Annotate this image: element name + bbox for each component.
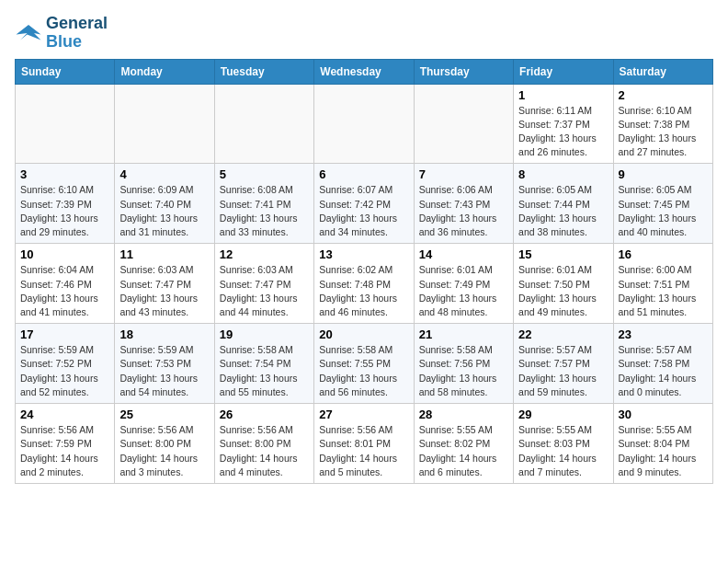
calendar-cell: 5Sunrise: 6:08 AMSunset: 7:41 PMDaylight… <box>214 164 313 244</box>
calendar-cell: 20Sunrise: 5:58 AMSunset: 7:55 PMDayligh… <box>314 324 414 404</box>
calendar-cell: 16Sunrise: 6:00 AMSunset: 7:51 PMDayligh… <box>613 244 712 324</box>
day-number: 26 <box>220 408 309 421</box>
calendar-cell: 17Sunrise: 5:59 AMSunset: 7:52 PMDayligh… <box>16 324 115 404</box>
day-info: Sunrise: 6:07 AMSunset: 7:42 PMDaylight:… <box>319 183 408 239</box>
calendar-cell: 28Sunrise: 5:55 AMSunset: 8:02 PMDayligh… <box>414 404 513 484</box>
day-number: 10 <box>20 247 109 261</box>
day-number: 7 <box>419 167 508 181</box>
day-number: 30 <box>619 408 708 421</box>
day-number: 23 <box>619 327 708 341</box>
day-header-tuesday: Tuesday <box>214 59 313 84</box>
calendar-week-5: 24Sunrise: 5:56 AMSunset: 7:59 PMDayligh… <box>16 404 713 484</box>
day-number: 29 <box>518 408 608 421</box>
page-header: General Blue <box>15 15 713 52</box>
calendar-cell: 27Sunrise: 5:56 AMSunset: 8:01 PMDayligh… <box>314 404 414 484</box>
logo-icon <box>15 19 42 47</box>
day-number: 27 <box>319 408 408 421</box>
calendar-cell: 7Sunrise: 6:06 AMSunset: 7:43 PMDaylight… <box>414 164 513 244</box>
day-number: 19 <box>220 327 309 341</box>
header-row: SundayMondayTuesdayWednesdayThursdayFrid… <box>16 59 713 84</box>
logo-text: General Blue <box>46 15 108 52</box>
calendar-cell: 21Sunrise: 5:58 AMSunset: 7:56 PMDayligh… <box>414 324 513 404</box>
calendar-cell: 9Sunrise: 6:05 AMSunset: 7:45 PMDaylight… <box>613 164 712 244</box>
day-number: 16 <box>619 247 708 261</box>
logo: General Blue <box>15 15 108 52</box>
day-number: 8 <box>518 167 608 181</box>
day-number: 9 <box>619 167 708 181</box>
calendar-cell: 23Sunrise: 5:57 AMSunset: 7:58 PMDayligh… <box>613 324 712 404</box>
calendar-cell <box>314 84 414 164</box>
calendar-cell: 6Sunrise: 6:07 AMSunset: 7:42 PMDaylight… <box>314 164 414 244</box>
calendar-cell: 30Sunrise: 5:55 AMSunset: 8:04 PMDayligh… <box>613 404 712 484</box>
calendar-cell: 15Sunrise: 6:01 AMSunset: 7:50 PMDayligh… <box>514 244 613 324</box>
calendar-week-1: 1Sunrise: 6:11 AMSunset: 7:37 PMDaylight… <box>16 84 713 164</box>
day-info: Sunrise: 6:06 AMSunset: 7:43 PMDaylight:… <box>419 183 508 239</box>
day-info: Sunrise: 5:55 AMSunset: 8:04 PMDaylight:… <box>619 423 708 479</box>
calendar-cell: 11Sunrise: 6:03 AMSunset: 7:47 PMDayligh… <box>115 244 214 324</box>
day-info: Sunrise: 6:10 AMSunset: 7:39 PMDaylight:… <box>20 183 109 239</box>
day-number: 4 <box>119 167 209 181</box>
day-info: Sunrise: 5:58 AMSunset: 7:54 PMDaylight:… <box>220 343 309 399</box>
day-info: Sunrise: 6:01 AMSunset: 7:50 PMDaylight:… <box>518 263 608 319</box>
day-number: 24 <box>20 408 109 421</box>
day-number: 13 <box>319 247 408 261</box>
day-number: 11 <box>119 247 209 261</box>
calendar-cell: 18Sunrise: 5:59 AMSunset: 7:53 PMDayligh… <box>115 324 214 404</box>
day-number: 3 <box>20 167 109 181</box>
day-number: 18 <box>119 327 209 341</box>
calendar-cell: 29Sunrise: 5:55 AMSunset: 8:03 PMDayligh… <box>514 404 613 484</box>
calendar-cell: 19Sunrise: 5:58 AMSunset: 7:54 PMDayligh… <box>214 324 313 404</box>
calendar-cell: 3Sunrise: 6:10 AMSunset: 7:39 PMDaylight… <box>16 164 115 244</box>
calendar-header: SundayMondayTuesdayWednesdayThursdayFrid… <box>16 59 713 84</box>
calendar-cell <box>214 84 313 164</box>
day-header-wednesday: Wednesday <box>314 59 414 84</box>
day-header-sunday: Sunday <box>16 59 115 84</box>
calendar-cell <box>414 84 513 164</box>
day-info: Sunrise: 6:04 AMSunset: 7:46 PMDaylight:… <box>20 263 109 319</box>
calendar-cell: 8Sunrise: 6:05 AMSunset: 7:44 PMDaylight… <box>514 164 613 244</box>
day-info: Sunrise: 5:56 AMSunset: 8:01 PMDaylight:… <box>319 423 408 479</box>
day-info: Sunrise: 6:10 AMSunset: 7:38 PMDaylight:… <box>619 104 708 160</box>
day-number: 21 <box>419 327 508 341</box>
calendar-cell: 10Sunrise: 6:04 AMSunset: 7:46 PMDayligh… <box>16 244 115 324</box>
calendar-cell: 1Sunrise: 6:11 AMSunset: 7:37 PMDaylight… <box>514 84 613 164</box>
day-info: Sunrise: 5:59 AMSunset: 7:52 PMDaylight:… <box>20 343 109 399</box>
day-info: Sunrise: 6:08 AMSunset: 7:41 PMDaylight:… <box>220 183 309 239</box>
calendar-cell <box>16 84 115 164</box>
calendar-cell: 26Sunrise: 5:56 AMSunset: 8:00 PMDayligh… <box>214 404 313 484</box>
day-info: Sunrise: 5:56 AMSunset: 7:59 PMDaylight:… <box>20 423 109 479</box>
calendar-cell <box>115 84 214 164</box>
day-info: Sunrise: 6:09 AMSunset: 7:40 PMDaylight:… <box>119 183 209 239</box>
day-info: Sunrise: 6:00 AMSunset: 7:51 PMDaylight:… <box>619 263 708 319</box>
calendar-cell: 13Sunrise: 6:02 AMSunset: 7:48 PMDayligh… <box>314 244 414 324</box>
day-info: Sunrise: 5:55 AMSunset: 8:02 PMDaylight:… <box>419 423 508 479</box>
day-header-thursday: Thursday <box>414 59 513 84</box>
calendar-week-3: 10Sunrise: 6:04 AMSunset: 7:46 PMDayligh… <box>16 244 713 324</box>
day-number: 2 <box>619 88 708 102</box>
calendar-cell: 12Sunrise: 6:03 AMSunset: 7:47 PMDayligh… <box>214 244 313 324</box>
day-number: 22 <box>518 327 608 341</box>
calendar-cell: 25Sunrise: 5:56 AMSunset: 8:00 PMDayligh… <box>115 404 214 484</box>
day-info: Sunrise: 6:05 AMSunset: 7:45 PMDaylight:… <box>619 183 708 239</box>
day-info: Sunrise: 6:11 AMSunset: 7:37 PMDaylight:… <box>518 104 608 160</box>
day-number: 12 <box>220 247 309 261</box>
day-info: Sunrise: 5:59 AMSunset: 7:53 PMDaylight:… <box>119 343 209 399</box>
day-header-monday: Monday <box>115 59 214 84</box>
calendar-week-2: 3Sunrise: 6:10 AMSunset: 7:39 PMDaylight… <box>16 164 713 244</box>
day-info: Sunrise: 5:57 AMSunset: 7:58 PMDaylight:… <box>619 343 708 399</box>
day-info: Sunrise: 6:05 AMSunset: 7:44 PMDaylight:… <box>518 183 608 239</box>
calendar-body: 1Sunrise: 6:11 AMSunset: 7:37 PMDaylight… <box>16 84 713 483</box>
calendar-cell: 22Sunrise: 5:57 AMSunset: 7:57 PMDayligh… <box>514 324 613 404</box>
day-number: 14 <box>419 247 508 261</box>
day-number: 1 <box>518 88 608 102</box>
calendar-table: SundayMondayTuesdayWednesdayThursdayFrid… <box>15 59 713 484</box>
day-number: 6 <box>319 167 408 181</box>
day-info: Sunrise: 5:57 AMSunset: 7:57 PMDaylight:… <box>518 343 608 399</box>
svg-marker-0 <box>17 25 41 40</box>
day-info: Sunrise: 5:58 AMSunset: 7:56 PMDaylight:… <box>419 343 508 399</box>
day-number: 15 <box>518 247 608 261</box>
day-header-saturday: Saturday <box>613 59 712 84</box>
day-info: Sunrise: 5:56 AMSunset: 8:00 PMDaylight:… <box>220 423 309 479</box>
calendar-cell: 24Sunrise: 5:56 AMSunset: 7:59 PMDayligh… <box>16 404 115 484</box>
calendar-week-4: 17Sunrise: 5:59 AMSunset: 7:52 PMDayligh… <box>16 324 713 404</box>
